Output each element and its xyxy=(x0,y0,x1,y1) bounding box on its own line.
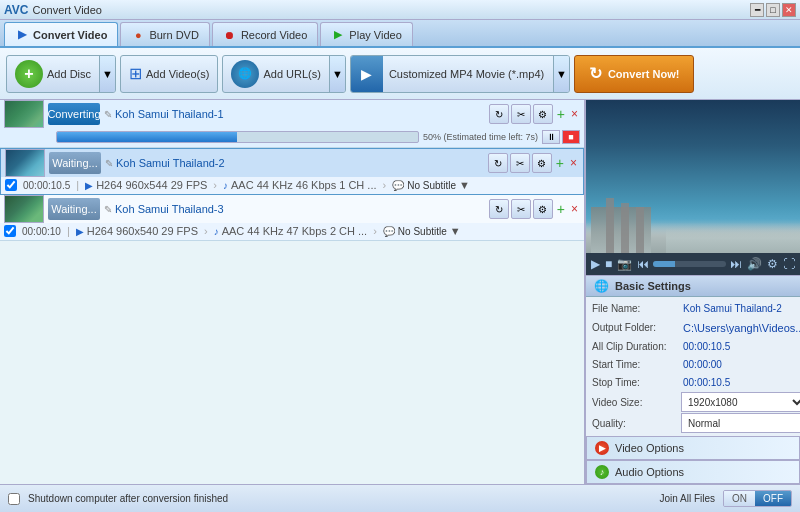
progress-fill-1 xyxy=(57,132,237,142)
file-header-3: Waiting... ✎ Koh Samui Thailand-3 ↻ ✂ ⚙ … xyxy=(0,195,584,223)
quality-select[interactable]: Normal xyxy=(681,413,800,433)
subtitle-icon-2: 💬 xyxy=(392,180,404,191)
add-btn-2[interactable]: + xyxy=(554,153,566,173)
file-details-3: 00:00:10 | ▶ H264 960x540 29 FPS › ♪ AAC… xyxy=(0,223,584,240)
audio-detail-2: ♪ AAC 44 KHz 46 Kbps 1 CH ... xyxy=(223,179,377,191)
file-details-2: 00:00:10.5 | ▶ H264 960x544 29 FPS › ♪ A… xyxy=(1,177,583,194)
progress-bar-1 xyxy=(56,131,419,143)
quality-row: Normal xyxy=(681,413,800,433)
file-name-2: ✎ Koh Samui Thailand-2 xyxy=(105,157,484,169)
tab-convert[interactable]: ▶ Convert Video xyxy=(4,22,118,46)
file-thumb-2 xyxy=(5,149,45,177)
preview-settings-btn[interactable]: ⚙ xyxy=(766,256,779,272)
close-btn-3[interactable]: × xyxy=(569,200,580,218)
file-status-3: Waiting... xyxy=(48,198,100,220)
cut-btn-1[interactable]: ✂ xyxy=(511,104,531,124)
join-off-btn[interactable]: OFF xyxy=(755,491,791,506)
window-controls: ━ □ ✕ xyxy=(750,3,796,17)
file-actions-3: ↻ ✂ ⚙ + × xyxy=(489,199,580,219)
video-icon-2: ▶ xyxy=(85,180,93,191)
settings-grid: File Name: Koh Samui Thailand-2 Output F… xyxy=(586,297,800,436)
preview-progress-fill xyxy=(653,261,675,267)
add-btn-1[interactable]: + xyxy=(555,104,567,124)
tab-record[interactable]: ⏺ Record Video xyxy=(212,22,318,46)
format-selector[interactable]: ▶ Customized MP4 Movie (*.mp4) ▼ xyxy=(350,55,570,93)
preview-play-btn[interactable]: ▶ xyxy=(590,256,601,272)
video-detail-2: ▶ H264 960x544 29 FPS xyxy=(85,179,207,191)
output-folder-row: C:\Users\yangh\Videos... 📁 xyxy=(681,318,800,337)
subtitle-selector-2[interactable]: No Subtitle xyxy=(407,180,456,191)
thumb-image-2 xyxy=(6,150,44,176)
duration-2: 00:00:10.5 xyxy=(23,180,70,191)
tab-bar: ▶ Convert Video ● Burn DVD ⏺ Record Vide… xyxy=(0,20,800,48)
file-name-3: ✎ Koh Samui Thailand-3 xyxy=(104,203,485,215)
file-status-1: Converting xyxy=(48,103,100,125)
stop-btn-1[interactable]: ■ xyxy=(562,130,580,144)
preview-back-btn[interactable]: ⏮ xyxy=(636,256,650,272)
output-folder-value: C:\Users\yangh\Videos... xyxy=(683,322,800,334)
refresh-btn-2[interactable]: ↻ xyxy=(488,153,508,173)
preview-fullscreen-btn[interactable]: ⛶ xyxy=(782,256,796,272)
tab-convert-label: Convert Video xyxy=(33,29,107,41)
file-name-value: Koh Samui Thailand-2 xyxy=(681,300,800,317)
progress-row-1: 50% (Estimated time left: 7s) ⏸ ■ xyxy=(0,128,584,147)
add-disc-dropdown[interactable]: ▼ xyxy=(99,56,115,92)
file-checkbox-3[interactable] xyxy=(4,225,16,237)
preview-camera-btn[interactable]: 📷 xyxy=(616,256,633,272)
add-url-button[interactable]: 🌐 Add URL(s) xyxy=(223,56,328,92)
add-url-dropdown[interactable]: ▼ xyxy=(329,56,345,92)
window-minimize[interactable]: ━ xyxy=(750,3,764,17)
settings-btn-3[interactable]: ⚙ xyxy=(533,199,553,219)
close-btn-2[interactable]: × xyxy=(568,154,579,172)
settings-btn-1[interactable]: ⚙ xyxy=(533,104,553,124)
cut-btn-3[interactable]: ✂ xyxy=(511,199,531,219)
audio-options-btn[interactable]: ♪ Audio Options xyxy=(586,460,800,484)
preview-progress-bar[interactable] xyxy=(653,261,726,267)
video-size-row: 1920x1080 ⚙ xyxy=(681,392,800,412)
shutdown-checkbox[interactable] xyxy=(8,493,20,505)
file-header-2: Waiting... ✎ Koh Samui Thailand-2 ↻ ✂ ⚙ … xyxy=(1,149,583,177)
add-disc-button[interactable]: + Add Disc xyxy=(7,56,99,92)
add-url-label: Add URL(s) xyxy=(263,68,320,80)
video-options-btn[interactable]: ▶ Video Options xyxy=(586,436,800,460)
format-dropdown[interactable]: ▼ xyxy=(553,56,569,92)
play-tab-icon: ▶ xyxy=(331,28,345,42)
add-video-button[interactable]: ⊞ Add Video(s) xyxy=(121,56,217,92)
window-close[interactable]: ✕ xyxy=(782,3,796,17)
video-size-select[interactable]: 1920x1080 xyxy=(681,392,800,412)
convert-now-button[interactable]: ↻ Convert Now! xyxy=(574,55,695,93)
file-checkbox-2[interactable] xyxy=(5,179,17,191)
tab-play[interactable]: ▶ Play Video xyxy=(320,22,412,46)
pause-btn-1[interactable]: ⏸ xyxy=(542,130,560,144)
tab-record-label: Record Video xyxy=(241,29,307,41)
join-on-btn[interactable]: ON xyxy=(724,491,755,506)
start-time-value: 00:00:00 xyxy=(681,356,800,373)
preview-stop-btn[interactable]: ■ xyxy=(604,256,613,272)
close-btn-1[interactable]: × xyxy=(569,105,580,123)
settings-panel: 🌐 Basic Settings File Name: Koh Samui Th… xyxy=(586,275,800,436)
settings-globe-icon: 🌐 xyxy=(594,279,609,293)
burn-tab-icon: ● xyxy=(131,28,145,42)
preview-vol-btn[interactable]: 🔊 xyxy=(746,256,763,272)
tab-burn[interactable]: ● Burn DVD xyxy=(120,22,210,46)
audio-options-icon: ♪ xyxy=(595,465,609,479)
settings-btn-2[interactable]: ⚙ xyxy=(532,153,552,173)
preview-fwd-btn[interactable]: ⏭ xyxy=(729,256,743,272)
stop-time-value: 00:00:10.5 xyxy=(681,374,800,391)
subtitle-selector-3[interactable]: No Subtitle xyxy=(398,226,447,237)
shutdown-label: Shutdown computer after conversion finis… xyxy=(28,493,228,504)
add-btn-3[interactable]: + xyxy=(555,199,567,219)
duration-3: 00:00:10 xyxy=(22,226,61,237)
progress-text-1: 50% (Estimated time left: 7s) xyxy=(423,132,538,142)
cut-btn-2[interactable]: ✂ xyxy=(510,153,530,173)
edit-icon-3: ✎ xyxy=(104,204,112,215)
video-icon-3: ▶ xyxy=(76,226,84,237)
window-maximize[interactable]: □ xyxy=(766,3,780,17)
refresh-btn-1[interactable]: ↻ xyxy=(489,104,509,124)
audio-options-label: Audio Options xyxy=(615,466,684,478)
video-size-label: Video Size: xyxy=(590,392,680,412)
edit-icon-2: ✎ xyxy=(105,158,113,169)
app-logo: AVC xyxy=(4,3,28,17)
refresh-btn-3[interactable]: ↻ xyxy=(489,199,509,219)
thumb-image-1 xyxy=(5,101,43,127)
